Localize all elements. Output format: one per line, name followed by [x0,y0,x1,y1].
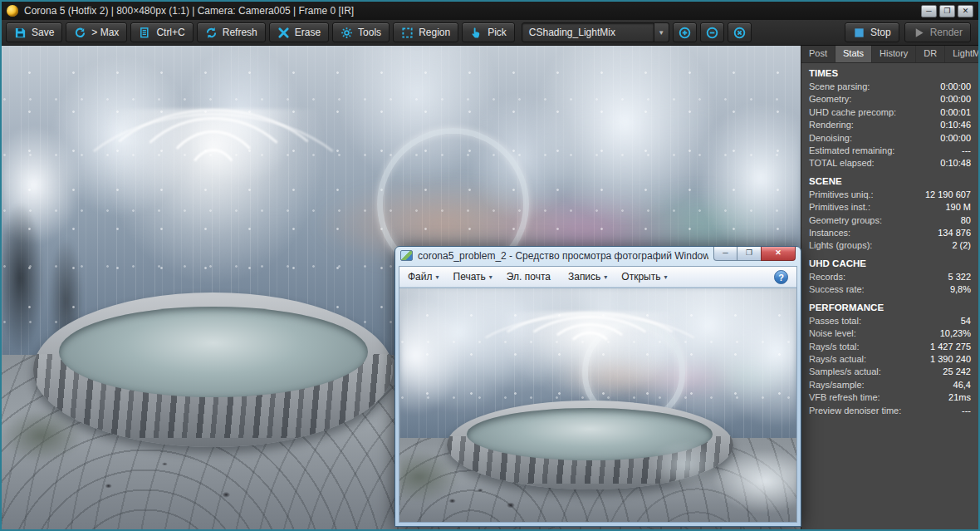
stat-row: Rays/s total:1 427 275 [809,341,971,353]
maximize-button[interactable]: ❐ [737,247,761,261]
stat-label: Rays/s actual: [809,353,866,366]
photo-image [399,288,796,522]
channel-value[interactable]: CShading_LightMix [522,22,654,42]
refresh-label: Refresh [223,27,257,38]
stat-row: Rays/s actual:1 390 240 [809,353,971,366]
refresh-button[interactable]: Refresh [197,22,266,42]
stat-value: --- [962,405,971,417]
minimize-button[interactable]: ─ [921,5,937,17]
stat-value: 0:00:00 [940,93,971,106]
stat-label: Rendering: [809,119,854,131]
help-button[interactable]: ? [774,270,788,284]
stat-label: Instances: [809,227,850,239]
stat-row: Instances:134 876 [809,227,971,239]
stats-content: TIMES Scene parsing:0:00:00 Geometry:0:0… [801,63,978,417]
render-button[interactable]: Render [904,22,971,42]
render-play-icon [913,27,925,39]
menu-burn[interactable]: Запись ▾ [568,271,607,283]
stat-value: 10,23% [940,327,971,340]
corona-swirl-icon [74,27,86,39]
stat-label: Primitives uniq.: [809,189,874,201]
chevron-down-icon: ▾ [664,273,667,281]
pick-label: Pick [488,27,507,38]
stat-row: Success rate:9,8% [809,283,971,296]
erase-icon [277,27,290,39]
stat-row: Estimated remaining:--- [809,145,971,157]
close-button[interactable]: ✕ [761,247,796,261]
save-label: Save [32,27,54,38]
zoom-in-button[interactable] [673,22,697,42]
region-button[interactable]: Region [393,22,458,42]
stat-value: 0:10:48 [940,157,971,170]
photo-viewer-titlebar[interactable]: corona5_problem_2 - Средство просмотра ф… [399,247,797,266]
tab-post[interactable]: Post [801,46,835,62]
stat-value: 0:10:46 [940,119,971,131]
stat-label: Geometry groups: [809,214,882,227]
stat-row: Preview denoiser time:--- [809,405,971,417]
stat-value: 2 (2) [952,239,971,252]
stop-label: Stop [870,27,891,38]
stat-label: Lights (groups): [809,239,872,252]
stat-row: Records:5 322 [809,271,971,283]
photo-viewer-window: corona5_problem_2 - Средство просмотра ф… [394,246,801,527]
stat-row: Samples/s actual:25 242 [809,366,971,378]
tab-lightmix[interactable]: LightMix [945,46,980,62]
stat-row: Passes total:54 [809,315,971,327]
tools-button[interactable]: Tools [332,22,390,42]
max-button[interactable]: > Max [66,22,127,42]
stat-label: Noise level: [809,327,856,340]
refresh-icon [205,27,218,39]
erase-button[interactable]: Erase [269,22,329,42]
menu-file[interactable]: Файл ▾ [408,271,439,283]
stat-row: Geometry groups:80 [809,214,971,227]
tab-dr[interactable]: DR [916,46,945,62]
section-performance: PERFORMANCE [809,302,971,312]
menu-burn-label: Запись [568,271,600,283]
toolbar-right-group: Stop Render [845,22,971,42]
stat-value: 46,4 [953,379,971,391]
chevron-down-icon: ▾ [436,273,439,281]
stat-value: 21ms [948,391,971,404]
stat-row: Geometry:0:00:00 [809,93,971,106]
copy-label: Ctrl+C [156,27,184,38]
stat-label: Preview denoiser time: [809,405,901,417]
stat-row: TOTAL elapsed:0:10:48 [809,157,971,170]
photo-viewer-image-area[interactable] [399,288,796,522]
stat-label: UHD cache precomp: [809,106,896,119]
maximize-button[interactable]: ❐ [939,5,955,17]
window-title: Corona 5 (Hotfix 2) | 800×480px (1:1) | … [24,5,354,17]
erase-label: Erase [295,27,321,38]
stat-value: 12 190 607 [925,189,971,201]
stat-label: TOTAL elapsed: [809,157,875,170]
stat-value: 0:00:00 [940,81,971,93]
stat-label: Success rate: [809,283,865,296]
minimize-button[interactable]: ─ [713,247,737,261]
tab-stats[interactable]: Stats [835,46,872,62]
copy-button[interactable]: Ctrl+C [130,22,193,42]
tab-history[interactable]: History [872,46,916,62]
stop-button[interactable]: Stop [845,22,899,42]
birds [57,442,313,514]
zoom-reset-icon [733,27,746,39]
close-button[interactable]: ✕ [958,5,973,17]
save-button[interactable]: Save [6,22,62,42]
chevron-down-icon[interactable]: ▼ [654,22,669,42]
chevron-down-icon: ▾ [489,273,492,281]
menu-email[interactable]: Эл. почта [507,271,554,283]
stat-row: VFB refresh time:21ms [809,391,971,404]
zoom-reset-button[interactable] [728,22,752,42]
section-times: TIMES [809,68,971,78]
stat-row: UHD cache precomp:0:00:01 [809,106,971,119]
titlebar[interactable]: Corona 5 (Hotfix 2) | 800×480px (1:1) | … [2,2,978,20]
menu-open-label: Открыть [621,271,660,283]
pick-button[interactable]: Pick [462,22,515,42]
stat-label: Samples/s actual: [809,366,881,378]
menu-open[interactable]: Открыть ▾ [621,271,667,283]
stat-value: 54 [961,315,971,327]
stat-value: 0:00:00 [940,132,971,145]
menu-print[interactable]: Печать ▾ [453,271,492,283]
corona-logo-icon [7,5,18,17]
stat-label: Records: [809,271,845,283]
zoom-out-button[interactable] [700,22,724,42]
stat-row: Lights (groups):2 (2) [809,239,971,252]
